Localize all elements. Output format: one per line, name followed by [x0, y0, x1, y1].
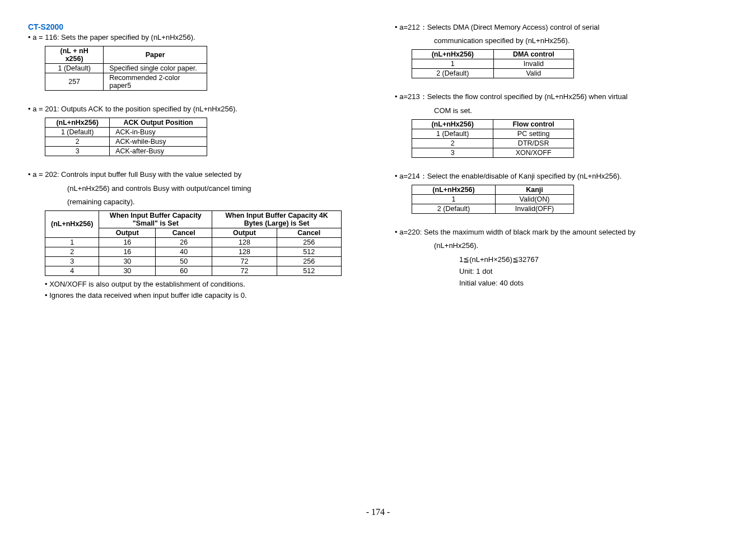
- table-cell: 30: [99, 256, 156, 266]
- a202-bullet: • a = 202: Controls input buffer full Bu…: [28, 170, 361, 180]
- table-cell: Valid: [493, 69, 573, 78]
- a202-notes: • XON/XOFF is also output by the establi…: [45, 279, 361, 301]
- left-column: CT-S2000 • a = 116: Sets the paper speci…: [28, 22, 361, 302]
- table-header: (nL+nHx256): [45, 210, 99, 237]
- a220-formula-block: 1≦(nL+nH×256)≦32767 Unit: 1 dot Initial …: [395, 254, 728, 289]
- table-cell: 2: [45, 247, 99, 256]
- table-cell: Specified single color paper.: [104, 64, 207, 73]
- table-cell: 256: [277, 237, 341, 247]
- table-cell: 512: [277, 247, 341, 256]
- table-cell: 128: [212, 237, 277, 247]
- table-row: 257 Recommended 2-color paper5: [45, 73, 207, 91]
- table-cell: 30: [99, 266, 156, 275]
- table-cell: ACK-while-Busy: [110, 137, 207, 147]
- two-column-layout: CT-S2000 • a = 116: Sets the paper speci…: [28, 22, 728, 302]
- table-cell: ACK-after-Busy: [110, 147, 207, 156]
- table-cell: Recommended 2-color paper5: [104, 73, 207, 91]
- table-cell: 1 (Default): [45, 128, 110, 137]
- a213-cont: COM is set.: [395, 106, 728, 116]
- table-header: (nL+nHx256): [412, 185, 496, 194]
- table-cell: Valid(ON): [496, 194, 574, 204]
- table-cell: 1: [45, 237, 99, 247]
- a220-cont: (nL+nHx256).: [395, 241, 728, 251]
- a201-bullet: • a = 201: Outputs ACK to the position s…: [28, 104, 361, 114]
- a214-bullet: • a=214：Select the enable/disable of Kan…: [395, 171, 728, 181]
- table-cell: 50: [156, 256, 212, 266]
- table-cell: 2: [45, 137, 110, 147]
- table-cell: 40: [156, 247, 212, 256]
- note-line: • XON/XOFF is also output by the establi…: [45, 279, 361, 289]
- table-row: 2 16 40 128 512: [45, 247, 342, 256]
- table-cell: Invalid(OFF): [496, 204, 574, 213]
- table-header: When Input Buffer Capacity "Small" is Se…: [99, 210, 212, 228]
- table-row: 4 30 60 72 512: [45, 266, 342, 275]
- a116-bullet: • a = 116: Sets the paper specified by (…: [28, 32, 361, 43]
- table-cell: PC setting: [493, 129, 574, 138]
- table-row: 2 (Default) Invalid(OFF): [412, 204, 574, 213]
- table-header: Paper: [104, 46, 207, 64]
- table-header: DMA control: [493, 50, 573, 59]
- a213-bullet: • a=213：Selects the flow control specifi…: [395, 92, 728, 102]
- table-header: Kanji: [496, 185, 574, 194]
- table-cell: 72: [212, 256, 277, 266]
- table-cell: ACK-in-Busy: [110, 128, 207, 137]
- table-cell: 60: [156, 266, 212, 275]
- table-header: (nL+nHx256): [412, 50, 494, 59]
- table-row: 1 16 26 128 256: [45, 237, 342, 247]
- table-cell: 2 (Default): [412, 204, 496, 213]
- table-cell: 512: [277, 266, 341, 275]
- table-cell: 26: [156, 237, 212, 247]
- table-cell: 2 (Default): [412, 69, 494, 78]
- formula-line: 1≦(nL+nH×256)≦32767: [459, 254, 728, 266]
- table-header: (nL+nHx256): [412, 119, 493, 129]
- table-header: When Input Buffer Capacity 4K Bytes (Lar…: [212, 210, 342, 228]
- table-row: 1 Valid(ON): [412, 194, 574, 204]
- table-cell: 257: [45, 73, 104, 91]
- table-cell: 1: [412, 194, 496, 204]
- a213-table: (nL+nHx256) Flow control 1 (Default) PC …: [412, 119, 574, 158]
- a202-table: (nL+nHx256) When Input Buffer Capacity "…: [45, 210, 342, 276]
- a220-bullet: • a=220: Sets the maximum width of black…: [395, 227, 728, 237]
- table-row: 2 ACK-while-Busy: [45, 137, 207, 147]
- a212-bullet: • a=212：Selects DMA (Direct Memory Acces…: [395, 22, 728, 32]
- a212-table: (nL+nHx256) DMA control 1 Invalid 2 (Def…: [412, 49, 574, 78]
- table-row: 3 XON/XOFF: [412, 148, 574, 157]
- table-row: 1 (Default) ACK-in-Busy: [45, 128, 207, 137]
- table-row: 2 (Default) Valid: [412, 69, 574, 78]
- table-row: 1 (Default) PC setting: [412, 129, 574, 138]
- a212-cont: communication specified by (nL+nHx256).: [395, 36, 728, 46]
- model-title: CT-S2000: [28, 22, 361, 31]
- formula-line: Unit: 1 dot: [459, 266, 728, 278]
- table-cell: 16: [99, 237, 156, 247]
- table-subheader: Output: [99, 228, 156, 237]
- table-cell: 3: [45, 147, 110, 156]
- table-row: 1 Invalid: [412, 59, 574, 69]
- a202-cont2: (remaining capacity).: [28, 197, 361, 207]
- formula-line: Initial value: 40 dots: [459, 278, 728, 289]
- table-header: (nL+nHx256): [45, 118, 110, 128]
- table-subheader: Cancel: [277, 228, 341, 237]
- a214-table: (nL+nHx256) Kanji 1 Valid(ON) 2 (Default…: [412, 185, 574, 214]
- note-line: • Ignores the data received when input b…: [45, 291, 361, 301]
- table-cell: 16: [99, 247, 156, 256]
- table-subheader: Cancel: [156, 228, 212, 237]
- table-cell: 72: [212, 266, 277, 275]
- table-cell: DTR/DSR: [493, 138, 574, 148]
- a202-cont1: (nL+nHx256) and controls Busy with outpu…: [28, 184, 361, 194]
- table-cell: XON/XOFF: [493, 148, 574, 157]
- table-header: (nL + nH x256): [45, 46, 104, 64]
- table-cell: 1 (Default): [412, 129, 493, 138]
- table-row: 2 DTR/DSR: [412, 138, 574, 148]
- table-header: ACK Output Position: [110, 118, 207, 128]
- table-cell: 1 (Default): [45, 64, 104, 73]
- table-cell: Invalid: [493, 59, 573, 69]
- table-cell: 3: [45, 256, 99, 266]
- right-column: • a=212：Selects DMA (Direct Memory Acces…: [395, 22, 728, 302]
- table-cell: 256: [277, 256, 341, 266]
- table-cell: 2: [412, 138, 493, 148]
- table-header: Flow control: [493, 119, 574, 129]
- table-cell: 4: [45, 266, 99, 275]
- a116-table: (nL + nH x256) Paper 1 (Default) Specifi…: [45, 46, 207, 91]
- table-cell: 3: [412, 148, 493, 157]
- table-cell: 128: [212, 247, 277, 256]
